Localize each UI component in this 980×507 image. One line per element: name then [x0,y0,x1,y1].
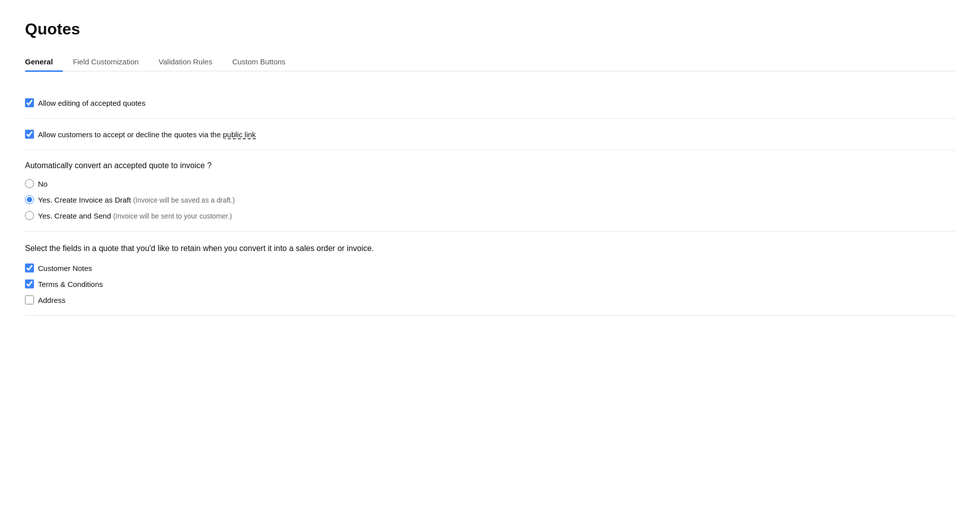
allow-editing-section: Allow editing of accepted quotes [25,87,955,119]
retain-fields-section: Select the fields in a quote that you'd … [25,232,955,316]
customer-notes-checkbox[interactable] [25,263,34,272]
radio-yes-draft-hint: (Invoice will be saved as a draft.) [133,196,235,204]
page-title: Quotes [25,20,955,38]
retain-fields-list: Customer Notes Terms & Conditions Addres… [25,263,955,304]
radio-yes-send-label: Yes. Create and Send (Invoice will be se… [38,212,232,220]
customer-notes-row[interactable]: Customer Notes [25,263,955,272]
allow-editing-checkbox-row[interactable]: Allow editing of accepted quotes [25,98,955,107]
radio-yes-draft[interactable] [25,195,34,204]
address-row[interactable]: Address [25,295,955,304]
radio-yes-draft-row[interactable]: Yes. Create Invoice as Draft (Invoice wi… [25,195,955,204]
terms-conditions-label: Terms & Conditions [38,280,103,288]
address-checkbox[interactable] [25,295,34,304]
tab-general[interactable]: General [25,52,63,71]
radio-yes-draft-label: Yes. Create Invoice as Draft (Invoice wi… [38,196,235,204]
terms-conditions-checkbox[interactable] [25,279,34,288]
allow-customers-section: Allow customers to accept or decline the… [25,119,955,150]
retain-fields-question: Select the fields in a quote that you'd … [25,243,955,254]
customer-notes-label: Customer Notes [38,264,92,272]
tabs-container: General Field Customization Validation R… [25,52,955,71]
radio-yes-send-row[interactable]: Yes. Create and Send (Invoice will be se… [25,211,955,220]
auto-convert-question: Automatically convert an accepted quote … [25,161,955,170]
tab-custom-buttons[interactable]: Custom Buttons [222,52,296,71]
tab-field-customization[interactable]: Field Customization [63,52,149,71]
allow-customers-checkbox-row[interactable]: Allow customers to accept or decline the… [25,130,955,139]
allow-customers-checkbox[interactable] [25,130,34,139]
allow-editing-label: Allow editing of accepted quotes [38,99,145,107]
radio-no[interactable] [25,179,34,188]
auto-convert-section: Automatically convert an accepted quote … [25,150,955,232]
auto-convert-radio-group: No Yes. Create Invoice as Draft (Invoice… [25,179,955,220]
radio-yes-send[interactable] [25,211,34,220]
allow-editing-checkbox[interactable] [25,98,34,107]
tab-validation-rules[interactable]: Validation Rules [149,52,222,71]
radio-yes-send-hint: (Invoice will be sent to your customer.) [113,212,232,220]
allow-customers-label: Allow customers to accept or decline the… [38,130,256,139]
radio-no-label: No [38,180,47,188]
radio-no-row[interactable]: No [25,179,955,188]
public-link[interactable]: public link [223,130,256,139]
address-label: Address [38,296,65,304]
terms-conditions-row[interactable]: Terms & Conditions [25,279,955,288]
